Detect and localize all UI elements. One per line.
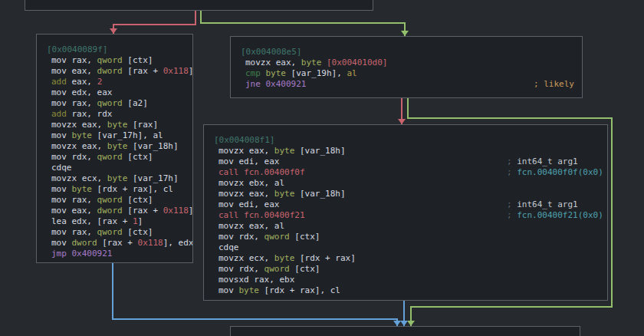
block-address-label: [0x004008f1]	[204, 135, 607, 146]
edge-true-branch-to-0x4008e5	[200, 22, 406, 24]
asm-instruction[interactable]: movzx eax, byte [var_18h]	[204, 189, 607, 199]
asm-instruction[interactable]: add rax, rdx	[37, 109, 192, 120]
edge-false-branch-to-0x40089f	[195, 11, 196, 25]
asm-instruction[interactable]: movzx eax, byte [rax]	[37, 120, 192, 130]
edge-fallthrough-to-0x4008f1-arrowhead-icon	[398, 119, 406, 124]
asm-instruction[interactable]: mov dword [rax + 0x118], edx	[37, 238, 192, 249]
asm-instruction[interactable]: movzx eax, byte [0x004010d0]	[231, 58, 582, 68]
asm-instruction[interactable]: jmp 0x400921	[37, 249, 192, 259]
asm-instruction[interactable]: mov byte [rdx + rax], cl	[37, 184, 192, 195]
asm-instruction[interactable]: mov rax, qword [a2]	[37, 98, 192, 109]
edge-jmp-to-0x400921	[112, 263, 113, 319]
asm-instruction[interactable]: movzx ecx, byte [var_17h]	[37, 173, 192, 184]
asm-instruction[interactable]: cdqe	[37, 163, 192, 173]
basic-block-0x0040089f[interactable]: [0x0040089f]mov rax, qword [ctx]mov eax,…	[36, 34, 193, 263]
asm-instruction[interactable]: mov edi, eax; int64_t arg1	[204, 199, 607, 210]
asm-instruction[interactable]: call fcn.00400f21; fcn.00400f21(0x0)	[204, 210, 607, 221]
graph-canvas[interactable]: [0x0040089f]mov rax, qword [ctx]mov eax,…	[0, 0, 644, 336]
asm-instruction[interactable]: mov rdx, qword [ctx]	[204, 232, 607, 242]
edge-true-branch-to-0x4008e5	[200, 11, 202, 23]
asm-comment: ; int64_t arg1	[507, 199, 578, 210]
asm-instruction[interactable]: mov byte [rdx + rax], cl	[204, 285, 607, 296]
asm-comment: ; fcn.00400f0f(0x0)	[507, 167, 603, 178]
edge-jump-taken-to-0x400921-arrowhead-icon	[407, 321, 415, 326]
edge-jump-taken-to-0x400921	[407, 98, 409, 118]
edge-jump-taken-to-0x400921	[410, 306, 613, 308]
basic-block-0x004008e5[interactable]: [0x004008e5]movzx eax, byte [0x004010d0]…	[230, 36, 583, 98]
block-address-label: [0x0040089f]	[37, 44, 192, 55]
asm-instruction[interactable]: mov rax, qword [ctx]	[37, 55, 192, 66]
asm-instruction[interactable]: movzx eax, byte [var_18h]	[37, 141, 192, 152]
asm-comment: ; likely	[534, 79, 574, 90]
edge-jmp-to-0x400921	[112, 318, 398, 320]
asm-instruction[interactable]: mov rax, qword [ctx]	[37, 227, 192, 238]
asm-instruction[interactable]: mov edx, eax	[37, 87, 192, 98]
block-address-label: [0x004008e5]	[231, 47, 582, 58]
asm-instruction[interactable]: movzx eax, byte [var_18h]	[204, 146, 607, 156]
asm-instruction[interactable]: call fcn.00400f0f; fcn.00400f0f(0x0)	[204, 167, 607, 178]
edge-jump-taken-to-0x400921	[611, 118, 613, 307]
edge-true-branch-to-0x4008e5-arrowhead-icon	[401, 31, 409, 36]
asm-instruction[interactable]: movzx ebx, al	[204, 178, 607, 189]
basic-block-0x400921-partial[interactable]	[230, 326, 580, 336]
asm-instruction[interactable]: jne 0x400921; likely	[231, 79, 582, 90]
basic-block-0x004008f1[interactable]: [0x004008f1]movzx eax, byte [var_18h]mov…	[203, 124, 608, 301]
edge-fallthrough-to-0x400921-arrowhead-icon	[400, 321, 408, 326]
asm-instruction[interactable]: mov rdx, qword [ctx]	[204, 264, 607, 275]
asm-instruction[interactable]: movzx eax, al	[204, 221, 607, 232]
asm-comment: ; int64_t arg1	[507, 156, 578, 167]
edge-false-branch-to-0x40089f	[113, 24, 196, 25]
basic-block-top-partial[interactable]	[25, 0, 373, 11]
asm-instruction[interactable]: cmp byte [var_19h], al	[231, 68, 582, 79]
edge-false-branch-to-0x40089f-arrowhead-icon	[110, 28, 117, 34]
asm-instruction[interactable]: mov rdx, qword [ctx]	[37, 152, 192, 163]
asm-instruction[interactable]: mov eax, dword [rax + 0x118]	[37, 206, 192, 216]
asm-instruction[interactable]: mov rax, qword [ctx]	[37, 195, 192, 206]
asm-instruction[interactable]: movzx ecx, byte [rdx + rax]	[204, 253, 607, 264]
edge-jump-taken-to-0x400921	[407, 117, 613, 119]
asm-comment: ; fcn.00400f21(0x0)	[507, 210, 603, 221]
asm-instruction[interactable]: add eax, 2	[37, 77, 192, 87]
asm-instruction[interactable]: mov byte [var_17h], al	[37, 130, 192, 141]
asm-instruction[interactable]: mov edi, eax; int64_t arg1	[204, 156, 607, 167]
asm-instruction[interactable]: lea edx, [rax + 1]	[37, 216, 192, 227]
asm-instruction[interactable]: mov eax, dword [rax + 0x118]	[37, 66, 192, 77]
asm-instruction[interactable]: movsxd rax, ebx	[204, 275, 607, 285]
asm-instruction[interactable]: cdqe	[204, 242, 607, 253]
